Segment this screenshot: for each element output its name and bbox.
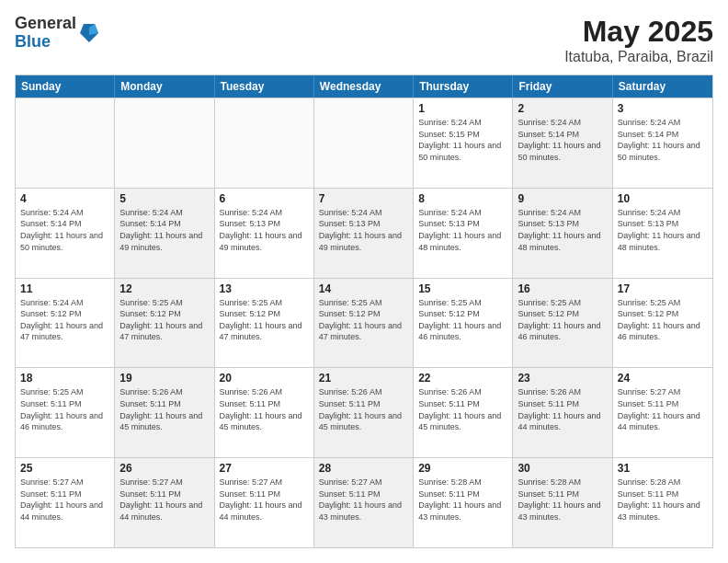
day-info: Sunrise: 5:27 AM Sunset: 5:11 PM Dayligh… — [220, 477, 309, 523]
logo-general: General — [15, 15, 76, 33]
empty-cell-0-3 — [314, 98, 414, 188]
empty-cell-0-2 — [215, 98, 314, 188]
logo-text: General Blue — [15, 15, 76, 52]
day-info: Sunrise: 5:24 AM Sunset: 5:13 PM Dayligh… — [618, 207, 708, 253]
day-cell-18: 18Sunrise: 5:25 AM Sunset: 5:11 PM Dayli… — [16, 368, 115, 457]
day-cell-6: 6Sunrise: 5:24 AM Sunset: 5:13 PM Daylig… — [215, 189, 314, 278]
day-cell-1: 1Sunrise: 5:24 AM Sunset: 5:15 PM Daylig… — [414, 98, 513, 188]
day-info: Sunrise: 5:25 AM Sunset: 5:12 PM Dayligh… — [119, 297, 209, 343]
calendar-row-2: 11Sunrise: 5:24 AM Sunset: 5:12 PM Dayli… — [16, 278, 712, 368]
day-number: 31 — [618, 462, 708, 475]
header-day-saturday: Saturday — [613, 75, 712, 98]
day-info: Sunrise: 5:24 AM Sunset: 5:13 PM Dayligh… — [319, 207, 408, 253]
day-cell-30: 30Sunrise: 5:28 AM Sunset: 5:11 PM Dayli… — [513, 458, 612, 547]
logo-icon — [80, 22, 98, 44]
day-info: Sunrise: 5:25 AM Sunset: 5:12 PM Dayligh… — [319, 297, 408, 343]
day-number: 2 — [518, 102, 607, 115]
day-cell-5: 5Sunrise: 5:24 AM Sunset: 5:14 PM Daylig… — [115, 189, 214, 278]
day-cell-25: 25Sunrise: 5:27 AM Sunset: 5:11 PM Dayli… — [16, 458, 115, 547]
header-day-monday: Monday — [115, 75, 214, 98]
day-cell-9: 9Sunrise: 5:24 AM Sunset: 5:13 PM Daylig… — [513, 189, 612, 278]
day-info: Sunrise: 5:27 AM Sunset: 5:11 PM Dayligh… — [119, 477, 209, 523]
day-cell-7: 7Sunrise: 5:24 AM Sunset: 5:13 PM Daylig… — [314, 189, 414, 278]
header: General Blue May 2025 Itatuba, Paraiba, … — [15, 15, 713, 65]
day-cell-17: 17Sunrise: 5:25 AM Sunset: 5:12 PM Dayli… — [613, 279, 712, 368]
day-cell-29: 29Sunrise: 5:28 AM Sunset: 5:11 PM Dayli… — [414, 458, 513, 547]
day-cell-24: 24Sunrise: 5:27 AM Sunset: 5:11 PM Dayli… — [613, 368, 712, 457]
calendar-row-0: 1Sunrise: 5:24 AM Sunset: 5:15 PM Daylig… — [16, 98, 712, 188]
day-number: 13 — [220, 282, 309, 295]
day-number: 5 — [119, 192, 209, 205]
day-number: 1 — [418, 102, 507, 115]
day-info: Sunrise: 5:26 AM Sunset: 5:11 PM Dayligh… — [119, 386, 209, 432]
day-cell-27: 27Sunrise: 5:27 AM Sunset: 5:11 PM Dayli… — [215, 458, 314, 547]
day-number: 17 — [618, 282, 708, 295]
calendar-header: SundayMondayTuesdayWednesdayThursdayFrid… — [16, 75, 712, 98]
day-cell-10: 10Sunrise: 5:24 AM Sunset: 5:13 PM Dayli… — [613, 189, 712, 278]
day-number: 3 — [618, 102, 708, 115]
day-info: Sunrise: 5:25 AM Sunset: 5:11 PM Dayligh… — [20, 386, 109, 432]
day-cell-28: 28Sunrise: 5:27 AM Sunset: 5:11 PM Dayli… — [314, 458, 414, 547]
day-number: 30 — [518, 462, 607, 475]
header-day-tuesday: Tuesday — [215, 75, 314, 98]
title-block: May 2025 Itatuba, Paraiba, Brazil — [564, 15, 713, 65]
day-number: 8 — [418, 192, 507, 205]
day-cell-4: 4Sunrise: 5:24 AM Sunset: 5:14 PM Daylig… — [16, 189, 115, 278]
day-info: Sunrise: 5:24 AM Sunset: 5:12 PM Dayligh… — [20, 297, 109, 343]
day-info: Sunrise: 5:24 AM Sunset: 5:14 PM Dayligh… — [618, 117, 708, 163]
day-info: Sunrise: 5:26 AM Sunset: 5:11 PM Dayligh… — [418, 386, 507, 432]
calendar: SundayMondayTuesdayWednesdayThursdayFrid… — [15, 75, 713, 548]
day-cell-31: 31Sunrise: 5:28 AM Sunset: 5:11 PM Dayli… — [613, 458, 712, 547]
header-day-friday: Friday — [513, 75, 612, 98]
day-info: Sunrise: 5:25 AM Sunset: 5:12 PM Dayligh… — [220, 297, 309, 343]
day-cell-26: 26Sunrise: 5:27 AM Sunset: 5:11 PM Dayli… — [115, 458, 214, 547]
day-number: 29 — [418, 462, 507, 475]
day-info: Sunrise: 5:25 AM Sunset: 5:12 PM Dayligh… — [618, 297, 708, 343]
day-number: 9 — [518, 192, 607, 205]
day-number: 12 — [119, 282, 209, 295]
header-day-wednesday: Wednesday — [314, 75, 414, 98]
location-title: Itatuba, Paraiba, Brazil — [564, 49, 713, 65]
day-number: 22 — [418, 372, 507, 385]
day-cell-22: 22Sunrise: 5:26 AM Sunset: 5:11 PM Dayli… — [414, 368, 513, 457]
day-number: 4 — [20, 192, 109, 205]
day-cell-20: 20Sunrise: 5:26 AM Sunset: 5:11 PM Dayli… — [215, 368, 314, 457]
day-number: 20 — [220, 372, 309, 385]
day-info: Sunrise: 5:24 AM Sunset: 5:14 PM Dayligh… — [518, 117, 607, 163]
day-number: 28 — [319, 462, 408, 475]
day-info: Sunrise: 5:26 AM Sunset: 5:11 PM Dayligh… — [220, 386, 309, 432]
day-info: Sunrise: 5:24 AM Sunset: 5:13 PM Dayligh… — [518, 207, 607, 253]
month-title: May 2025 — [564, 15, 713, 49]
day-info: Sunrise: 5:27 AM Sunset: 5:11 PM Dayligh… — [319, 477, 408, 523]
day-number: 10 — [618, 192, 708, 205]
day-cell-19: 19Sunrise: 5:26 AM Sunset: 5:11 PM Dayli… — [115, 368, 214, 457]
day-number: 7 — [319, 192, 408, 205]
logo-blue: Blue — [15, 33, 76, 52]
day-number: 16 — [518, 282, 607, 295]
day-cell-23: 23Sunrise: 5:26 AM Sunset: 5:11 PM Dayli… — [513, 368, 612, 457]
page: General Blue May 2025 Itatuba, Paraiba, … — [0, 0, 728, 563]
day-number: 6 — [220, 192, 309, 205]
day-info: Sunrise: 5:27 AM Sunset: 5:11 PM Dayligh… — [20, 477, 109, 523]
day-cell-15: 15Sunrise: 5:25 AM Sunset: 5:12 PM Dayli… — [414, 279, 513, 368]
day-cell-13: 13Sunrise: 5:25 AM Sunset: 5:12 PM Dayli… — [215, 279, 314, 368]
day-info: Sunrise: 5:28 AM Sunset: 5:11 PM Dayligh… — [418, 477, 507, 523]
day-cell-12: 12Sunrise: 5:25 AM Sunset: 5:12 PM Dayli… — [115, 279, 214, 368]
day-number: 11 — [20, 282, 109, 295]
day-number: 18 — [20, 372, 109, 385]
day-number: 26 — [119, 462, 209, 475]
day-info: Sunrise: 5:28 AM Sunset: 5:11 PM Dayligh… — [618, 477, 708, 523]
day-cell-21: 21Sunrise: 5:26 AM Sunset: 5:11 PM Dayli… — [314, 368, 414, 457]
day-number: 21 — [319, 372, 408, 385]
day-cell-8: 8Sunrise: 5:24 AM Sunset: 5:13 PM Daylig… — [414, 189, 513, 278]
day-cell-3: 3Sunrise: 5:24 AM Sunset: 5:14 PM Daylig… — [613, 98, 712, 188]
day-info: Sunrise: 5:24 AM Sunset: 5:13 PM Dayligh… — [418, 207, 507, 253]
day-info: Sunrise: 5:28 AM Sunset: 5:11 PM Dayligh… — [518, 477, 607, 523]
day-info: Sunrise: 5:24 AM Sunset: 5:14 PM Dayligh… — [20, 207, 109, 253]
calendar-body: 1Sunrise: 5:24 AM Sunset: 5:15 PM Daylig… — [16, 98, 712, 547]
day-cell-11: 11Sunrise: 5:24 AM Sunset: 5:12 PM Dayli… — [16, 279, 115, 368]
day-number: 27 — [220, 462, 309, 475]
day-info: Sunrise: 5:24 AM Sunset: 5:15 PM Dayligh… — [418, 117, 507, 163]
day-cell-16: 16Sunrise: 5:25 AM Sunset: 5:12 PM Dayli… — [513, 279, 612, 368]
day-number: 23 — [518, 372, 607, 385]
